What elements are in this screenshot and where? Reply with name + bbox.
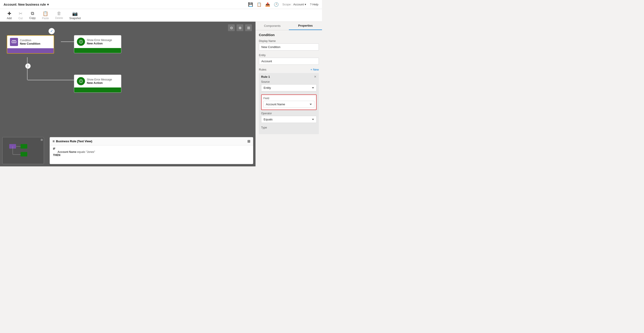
right-panel: Components Properties Condition Display … [256,22,322,166]
cut-button[interactable]: ✂ Cut [15,10,26,21]
title-bar-left: Account: New business rule ▾ [4,3,49,6]
fit-button[interactable]: ⊞ [245,24,252,31]
text-view-then-line: THEN [53,154,250,157]
action-node-2-text: Show Error Message New Action [87,78,112,84]
text-view-expand-button[interactable]: ⊞ [247,139,250,144]
help-button[interactable]: ? Help [310,3,318,6]
text-view-if-line: IF [53,147,250,150]
then-keyword: THEN [53,154,60,157]
panel-tabs: Components Properties [256,22,322,30]
mini-conn-h2 [13,154,20,155]
snapshot-label: Snapshot [69,17,81,20]
scope-selector[interactable]: Scope : Account ▾ [282,3,306,6]
entity-input[interactable] [259,58,319,65]
action-node-2-header: Show Error Message New Action [74,75,121,88]
action-2-title: Show Error Message [87,78,112,81]
cut-label: Cut [18,17,23,20]
display-name-field-group: Display Name [259,40,319,50]
action-node-2[interactable]: Show Error Message New Action [74,75,121,93]
source-select[interactable]: Entity [261,84,316,91]
tab-properties[interactable]: Properties [289,22,322,30]
title-dropdown-icon[interactable]: ▾ [47,3,49,6]
delete-label: Delete [55,16,63,20]
text-view-list-icon: ≡ [52,139,54,144]
history-icon[interactable]: 🕐 [274,2,279,7]
action-node-1[interactable]: Show Error Message New Action [74,35,121,53]
text-view-condition-line: Account Name equals "Jones" [53,150,250,154]
copy-label: Copy [29,16,36,20]
type-field-group: Type [261,126,316,129]
condition-icon [10,38,18,46]
source-field-group: Source Entity [261,80,316,91]
entity-field-group: Entity [259,54,319,65]
rules-header: Rules + New [259,68,319,71]
connector-h1 [61,42,74,42]
paste-button[interactable]: 📋 Paste [39,10,52,21]
field-field-group-highlighted: Field Account Name [261,94,316,110]
action-2-footer [74,88,121,92]
paste-icon: 📋 [42,11,48,16]
scope-label: Scope : [282,3,292,6]
delete-button[interactable]: 🗑 Delete [52,10,66,21]
rules-new-button[interactable]: + New [310,68,319,71]
save-icon[interactable]: 💾 [248,2,253,7]
rule-1-header: Rule 1 ✕ [261,75,316,78]
svg-point-6 [81,42,81,43]
condition-node-title: Condition [20,39,40,42]
display-name-input[interactable] [259,44,319,50]
tab-properties-label: Properties [298,24,312,27]
action-1-title: Show Error Message [87,38,112,42]
scope-dropdown-icon[interactable]: ▾ [305,3,306,6]
copy-icon: ⧉ [31,11,34,16]
operator-select[interactable]: Equals [261,116,316,123]
cut-icon: ✂ [19,11,22,16]
operator-label: Operator [261,112,316,115]
zoom-out-icon: ⊖ [230,26,233,30]
rule-1-close-button[interactable]: ✕ [314,75,316,78]
condition-true-connector: ✓ [48,28,55,34]
condition-node-footer [7,48,54,53]
connector-v1 [27,57,28,80]
action-node-1-text: Show Error Message New Action [87,38,112,45]
add-button[interactable]: ✚ Add [4,10,15,21]
action-node-1-header: Show Error Message New Action [74,36,121,48]
tab-components[interactable]: Components [256,22,289,30]
canvas-area[interactable]: ⊖ ⊕ ⊞ Condition [0,22,256,166]
field-label: Field [263,97,314,100]
canvas-controls: ⊖ ⊕ ⊞ [228,24,252,31]
zoom-out-button[interactable]: ⊖ [228,24,235,31]
zoom-in-button[interactable]: ⊕ [236,24,243,31]
copy-button[interactable]: ⧉ Copy [26,10,39,21]
action-1-footer [74,48,121,53]
condition-node-text: Condition New Condition [20,39,40,45]
scope-value: Account [293,3,304,6]
rule-1-box: Rule 1 ✕ Source Entity Field [259,73,319,134]
if-keyword: IF [53,147,56,150]
text-view: ≡ Business Rule (Text View) ⊞ IF Account… [50,137,253,164]
snapshot-icon: 📷 [72,11,78,16]
condition-value: "Jones" [86,150,95,154]
field-select[interactable]: Account Name [263,101,314,108]
text-view-header: ≡ Business Rule (Text View) ⊞ [50,137,253,146]
condition-node[interactable]: Condition New Condition [7,35,54,54]
action-1-name: New Action [87,42,112,45]
snapshot-button[interactable]: 📷 Snapshot [66,10,84,21]
activate-icon[interactable]: 📋 [256,2,262,7]
page-title: Account: New business rule [4,3,46,6]
action-2-name: New Action [87,81,112,84]
display-name-label: Display Name [259,40,319,42]
panel-content: Condition Display Name Entity Rules + Ne… [256,30,322,166]
svg-point-9 [81,82,81,82]
panel-section-title: Condition [259,33,319,37]
mini-action-2-node [20,152,27,156]
toolbar: ✚ Add ✂ Cut ⧉ Copy 📋 Paste 🗑 Delete 📷 Sn… [0,9,322,22]
condition-node-header: Condition New Condition [7,36,54,48]
main-layout: ⊖ ⊕ ⊞ Condition [0,22,322,166]
publish-icon[interactable]: 📤 [265,2,270,7]
action-2-icon [77,77,85,85]
condition-false-connector: ✕ [25,63,31,69]
mini-map-expand-icon[interactable]: ⊞ [40,138,43,141]
rules-section: Rules + New Rule 1 ✕ Source Entity [259,68,319,134]
svg-rect-1 [14,41,16,43]
fit-icon: ⊞ [247,26,250,30]
